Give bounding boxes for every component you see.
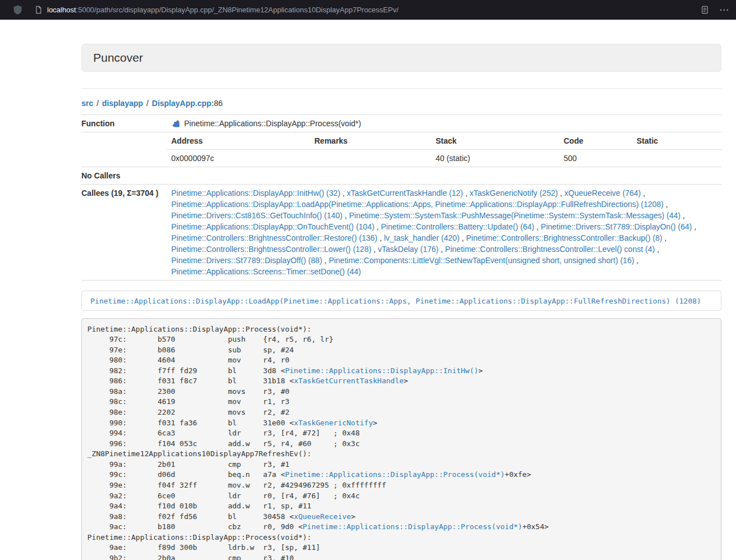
header-divider [81,88,721,89]
browser-chrome: localhost:5000/path/src/displayapp/Displ… [0,0,736,20]
callee-separator: , [340,189,347,198]
shield-icon[interactable] [12,4,23,15]
callee-separator: , [692,222,697,231]
remarks-value [310,150,431,167]
callee-link[interactable]: Pinetime::System::SystemTask::PushMessag… [349,211,681,220]
callee-link[interactable]: lv_task_handler (420) [384,233,460,242]
column-header-static: Static [632,132,721,150]
callee-separator: , [460,233,467,242]
stack-value: 40 (static) [431,150,559,167]
callees-row: Callees (19, Σ=3704 ) Pinetime::Applicat… [81,185,721,281]
disassembly-symbol-link[interactable]: xQueueReceive [294,512,351,521]
column-header-remarks: Remarks [310,132,431,150]
callee-link[interactable]: Pinetime::Controllers::BrightnessControl… [445,245,655,254]
callee-link[interactable]: Pinetime::Controllers::BrightnessControl… [466,233,662,242]
callee-link[interactable]: Pinetime::Applications::Screens::Timer::… [171,267,361,276]
callee-separator: , [664,200,668,209]
callee-link[interactable]: xQueueReceive (764) [564,189,641,198]
callee-link[interactable]: Pinetime::Drivers::Cst816S::GetTouchInfo… [171,211,342,220]
disassembly-symbol-link[interactable]: Pinetime::Applications::DisplayApp::Init… [285,366,478,375]
function-name: Pinetime::Applications::DisplayApp::Proc… [184,119,361,128]
callee-link[interactable]: Pinetime::Drivers::St7789::DisplayOn() (… [541,222,692,231]
details-row-label [81,132,167,167]
url-host: localhost [47,6,76,14]
page-icon[interactable] [34,6,43,14]
function-name-cell: Pinetime::Applications::DisplayApp::Proc… [167,115,721,132]
column-header-code: Code [559,132,632,150]
url-bar[interactable]: localhost:5000/path/src/displayapp/Displ… [31,6,694,14]
highlighted-symbol-code: Pinetime::Applications::DisplayApp::Load… [90,297,701,305]
details-row: Address Remarks Stack Code Static 0x0000… [81,132,721,167]
address-value: 0x0000097c [167,150,310,167]
function-icon [171,119,180,128]
disassembly-symbol-link[interactable]: Pinetime::Applications::DisplayApp::Proc… [303,522,522,531]
breadcrumb-link-src[interactable]: src [81,99,93,108]
callees-list: Pinetime::Applications::DisplayApp::Init… [167,185,721,281]
details-table: Address Remarks Stack Code Static 0x0000… [167,132,721,167]
callee-link[interactable]: Pinetime::Applications::DisplayApp::Load… [171,200,664,209]
callee-separator: , [342,211,349,220]
callee-link[interactable]: Pinetime::Applications::DisplayApp::Init… [171,189,340,198]
app-header: Puncover [81,44,721,72]
callee-separator: , [662,233,667,242]
callee-link[interactable]: Pinetime::Controllers::BrightnessControl… [171,245,371,254]
disassembly-symbol-link[interactable]: Pinetime::Applications::DisplayApp::Proc… [285,470,505,479]
callee-separator: , [463,189,470,198]
callee-separator: , [377,233,384,242]
disassembly-symbol-link[interactable]: xTaskGenericNotify [294,419,373,427]
breadcrumb: src / displayapp / DisplayApp.cpp:86 [81,99,721,108]
callee-link[interactable]: Pinetime::Controllers::Battery::Update()… [381,222,534,231]
static-size-value [632,150,721,167]
no-callers-row: No Callers [81,167,721,185]
details-cell: Address Remarks Stack Code Static 0x0000… [167,132,721,167]
page-title: Puncover [93,51,143,64]
no-callers-label: No Callers [81,167,167,185]
details-header-row: Address Remarks Stack Code Static [167,132,721,150]
callee-link[interactable]: Pinetime::Components::LittleVgl::SetNewT… [329,256,634,265]
reader-mode-icon[interactable] [701,6,709,14]
code-size-value: 500 [559,150,632,167]
callers-cell [167,167,721,185]
callee-separator: , [680,211,685,220]
page-container: Puncover src / displayapp / DisplayApp.c… [81,44,721,560]
callee-separator: , [634,256,639,265]
column-header-address: Address [167,132,310,150]
callee-link[interactable]: vTaskDelay (176) [378,245,438,254]
details-value-row: 0x0000097c 40 (static) 500 [167,150,721,167]
callee-separator: , [322,256,329,265]
callee-link[interactable]: Pinetime::Controllers::BrightnessControl… [171,233,377,242]
url-path: :5000/path/src/displayapp/DisplayApp.cpp… [76,6,399,14]
highlighted-symbol-link[interactable]: Pinetime::Applications::DisplayApp::Load… [90,297,701,305]
callee-link[interactable]: xTaskGenericNotify (252) [469,189,557,198]
menu-icon[interactable]: ⋯ [719,5,729,15]
callee-separator: , [655,245,659,254]
callee-separator: , [534,222,541,231]
breadcrumb-separator: / [145,99,150,108]
column-header-stack: Stack [431,132,559,150]
function-row: Function Pinetime::Applications::Display… [81,115,721,132]
disassembly-code: Pinetime::Applications::DisplayApp::Proc… [81,318,721,560]
disassembly-symbol-link[interactable]: xTaskGetCurrentTaskHandle [294,377,404,385]
callee-separator: , [438,245,445,254]
callee-separator: , [558,189,565,198]
callee-separator: , [371,245,378,254]
callee-separator: , [374,222,381,231]
highlighted-symbol-panel: Pinetime::Applications::DisplayApp::Load… [81,291,721,311]
function-row-label: Function [81,115,167,132]
callees-label: Callees (19, Σ=3704 ) [81,185,167,281]
url-text: localhost:5000/path/src/displayapp/Displ… [47,6,399,14]
breadcrumb-link-displayapp[interactable]: displayapp [102,99,143,108]
callee-link[interactable]: Pinetime::Drivers::St7789::DisplayOff() … [171,256,322,265]
symbol-table: Function Pinetime::Applications::Display… [81,114,721,281]
callee-separator: , [641,189,645,198]
callee-link[interactable]: xTaskGetCurrentTaskHandle (12) [347,189,463,198]
breadcrumb-separator: / [95,99,100,108]
callee-link[interactable]: Pinetime::Applications::DisplayApp::OnTo… [171,222,374,231]
breadcrumb-line-number: 86 [214,99,223,108]
breadcrumb-link-file[interactable]: DisplayApp.cpp: [152,99,214,108]
